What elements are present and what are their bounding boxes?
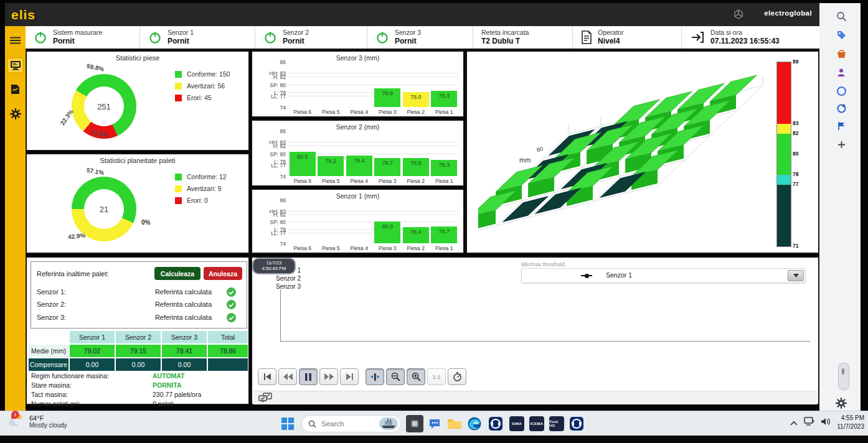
panel-trend: Legend: Senzor 1 Senzor 2 Senzor 3 Min/m… xyxy=(251,256,819,405)
dropdown-arrow-button[interactable] xyxy=(788,270,804,281)
basket-icon[interactable] xyxy=(834,47,848,60)
panel-senzor-2-chart: Senzor 2 (mm) 80.579.279.478.778.878.3 8… xyxy=(251,119,465,187)
bar-value-label: 79.2 xyxy=(318,156,344,164)
tray-speaker-icon[interactable] xyxy=(821,417,831,428)
stats-table: Senzor 1 Senzor 2 Senzor 3 Total Medie (… xyxy=(29,331,248,371)
scroll-indicator[interactable] xyxy=(838,363,849,390)
menu-hamburger-icon[interactable] xyxy=(7,32,24,49)
legend-swatch xyxy=(175,83,182,90)
table-cell: 78.41 xyxy=(162,345,207,357)
search-input[interactable] xyxy=(320,419,379,428)
x-axis-category: Piesa 1 xyxy=(425,245,463,251)
app-sima-icon[interactable]: SIMA xyxy=(508,415,526,432)
y-axis-tick: 86 xyxy=(253,128,286,134)
legend-swatch xyxy=(175,71,182,78)
y-axis-tick: 86 xyxy=(253,59,286,65)
windows-start-button[interactable] xyxy=(279,415,296,432)
search-icon[interactable] xyxy=(834,9,848,23)
power-icon xyxy=(263,30,277,44)
stopwatch-button[interactable] xyxy=(448,368,466,385)
bar: 78.7 xyxy=(374,158,400,176)
skip-end-button[interactable] xyxy=(340,368,359,385)
x-axis-category: Piesa 1 xyxy=(425,178,463,184)
machine-line-value: 0 paleti xyxy=(153,400,174,408)
bar: 78.4 xyxy=(403,227,429,243)
y-axis-tick: 74 xyxy=(253,241,286,247)
shopping-tag-icon[interactable] xyxy=(834,28,848,42)
skip-start-button[interactable] xyxy=(258,368,276,385)
x-axis-category: Piesa 1 xyxy=(425,109,463,115)
y-axis-tick: SP: 80 xyxy=(253,82,286,88)
threshold-dropdown[interactable]: Senzor 1 xyxy=(521,268,806,283)
y-axis-tick: H: 82 xyxy=(253,74,286,80)
referinta-box: Referinta inaltime palet: Calculeaza Anu… xyxy=(31,261,247,329)
axis-label: mm xyxy=(519,156,531,164)
legend-swatch xyxy=(175,185,182,192)
app-icema-icon[interactable]: ICEMA xyxy=(528,415,545,432)
bar-value-label: 78.7 xyxy=(374,158,400,166)
search-icon xyxy=(308,420,316,428)
pause-button[interactable] xyxy=(299,368,318,385)
profile-icon[interactable] xyxy=(834,65,848,79)
fast-forward-button[interactable] xyxy=(319,368,338,385)
monitor-check-icon[interactable] xyxy=(258,393,272,406)
teamviewer-icon[interactable] xyxy=(487,415,504,432)
anuleaza-button[interactable]: Anuleaza xyxy=(204,267,242,280)
cursor-tooltip[interactable]: 11/7/23 4:50:43 PM xyxy=(252,258,296,274)
machine-line-label: Regim functionare masina: xyxy=(31,372,109,380)
settings-gear-icon[interactable] xyxy=(834,396,848,410)
legend-item: Avertizari: 56 xyxy=(175,82,230,90)
one-to-one-button[interactable]: 1:1 xyxy=(427,368,446,385)
check-icon xyxy=(227,300,236,309)
tray-chevron-icon[interactable] xyxy=(790,417,798,428)
table-header: Total xyxy=(208,331,248,343)
chat-icon[interactable] xyxy=(426,415,443,432)
flag-icon[interactable] xyxy=(834,119,848,133)
clock[interactable]: 4:55 PM 11/7/2023 xyxy=(837,414,864,431)
colorbar-segment xyxy=(777,175,791,185)
power-icon xyxy=(148,30,162,44)
app-tingug-icon[interactable]: TinG UG xyxy=(548,415,565,432)
colorbar-tick: 71 xyxy=(793,243,811,249)
tray-monitor-icon[interactable] xyxy=(804,417,814,428)
rewind-button[interactable] xyxy=(278,368,297,385)
browser-circle-icon[interactable] xyxy=(834,84,848,98)
collections-icon[interactable] xyxy=(834,101,848,115)
legend-swatch xyxy=(175,197,182,204)
bar: 78.0 xyxy=(403,92,429,107)
search-highlight-image[interactable] xyxy=(379,417,398,430)
task-view-icon[interactable] xyxy=(406,415,423,432)
sidebar-item-reports[interactable] xyxy=(7,81,24,97)
calculeaza-button[interactable]: Calculeaza xyxy=(154,267,200,280)
machine-line-label: Tact masina: xyxy=(31,391,68,398)
sidebar-item-settings[interactable] xyxy=(7,106,24,122)
teamviewer-icon-2[interactable] xyxy=(568,415,585,432)
table-cell: 0.00 xyxy=(116,358,161,371)
table-header: Senzor 2 xyxy=(116,331,161,343)
check-icon xyxy=(227,313,236,322)
add-icon[interactable] xyxy=(834,138,848,151)
status-datetime: Data si ora07.11.2023 16:55:43 xyxy=(682,26,819,49)
arc-label: 0% xyxy=(141,219,150,226)
file-explorer-icon[interactable] xyxy=(446,415,463,432)
y-axis-tick: 74 xyxy=(253,174,286,180)
zoom-in-button[interactable] xyxy=(407,368,425,385)
taskbar-search[interactable] xyxy=(301,415,401,432)
table-header: Senzor 3 xyxy=(162,331,207,343)
cursor-tool-button[interactable] xyxy=(366,368,384,385)
chart-title: Statistici piese xyxy=(27,54,248,62)
grid-line xyxy=(288,77,458,77)
weather-widget[interactable]: 1 64°FMostly cloudy xyxy=(6,413,67,429)
zoom-out-button[interactable] xyxy=(386,368,405,385)
bar-value-label: 78.0 xyxy=(403,92,429,100)
trend-plot[interactable] xyxy=(280,289,810,342)
sidebar-item-dashboard[interactable] xyxy=(7,57,24,73)
legend: Conforme: 12 Avertizari: 9 Erori: 0 xyxy=(175,173,227,204)
grid-line xyxy=(288,211,458,212)
y-axis-tick: 74 xyxy=(253,105,286,111)
legend-item: Erori: 45 xyxy=(175,94,230,101)
y-axis-tick: LL: 77 xyxy=(253,230,286,236)
edge-browser-icon[interactable] xyxy=(466,415,483,432)
arc-label: 59.8% xyxy=(86,62,105,73)
bar-plot: 80.579.279.478.778.878.3 xyxy=(288,131,458,176)
